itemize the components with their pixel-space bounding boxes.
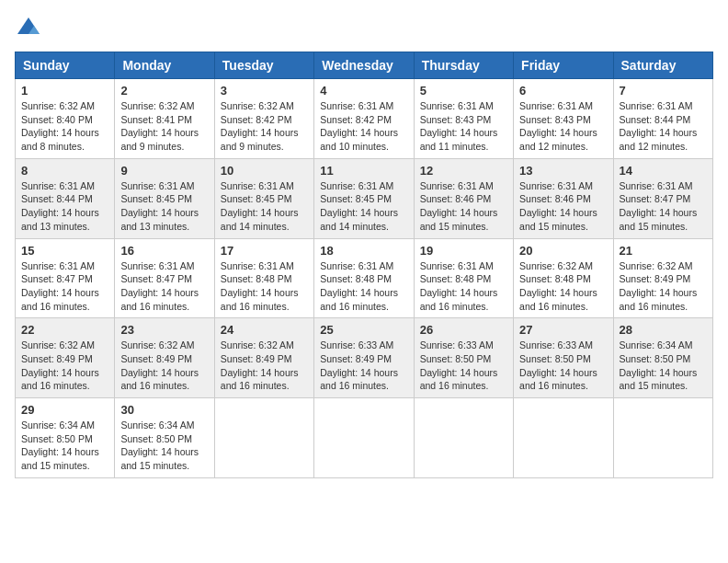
calendar-cell: 30Sunrise: 6:34 AMSunset: 8:50 PMDayligh… [115, 398, 214, 478]
day-info: Sunrise: 6:31 AMSunset: 8:43 PMDaylight:… [519, 99, 607, 154]
calendar-cell: 7Sunrise: 6:31 AMSunset: 8:44 PMDaylight… [613, 79, 712, 159]
day-info: Sunrise: 6:32 AMSunset: 8:42 PMDaylight:… [221, 99, 308, 154]
calendar-cell: 25Sunrise: 6:33 AMSunset: 8:49 PMDayligh… [314, 318, 414, 398]
day-info: Sunrise: 6:32 AMSunset: 8:49 PMDaylight:… [620, 259, 707, 314]
day-number: 12 [420, 164, 507, 178]
calendar-cell: 4Sunrise: 6:31 AMSunset: 8:42 PMDaylight… [314, 79, 414, 159]
day-info: Sunrise: 6:31 AMSunset: 8:47 PMDaylight:… [120, 259, 208, 314]
day-number: 3 [221, 84, 308, 98]
day-number: 14 [620, 164, 707, 178]
header-day-monday: Monday [115, 52, 214, 79]
day-info: Sunrise: 6:31 AMSunset: 8:48 PMDaylight:… [420, 259, 507, 314]
calendar-body: 1Sunrise: 6:32 AMSunset: 8:40 PMDaylight… [16, 79, 713, 478]
day-info: Sunrise: 6:31 AMSunset: 8:47 PMDaylight:… [620, 179, 707, 234]
calendar-cell: 2Sunrise: 6:32 AMSunset: 8:41 PMDaylight… [115, 79, 214, 159]
day-number: 20 [519, 244, 607, 258]
day-number: 26 [420, 323, 507, 337]
calendar-cell: 28Sunrise: 6:34 AMSunset: 8:50 PMDayligh… [613, 318, 712, 398]
calendar-cell: 27Sunrise: 6:33 AMSunset: 8:50 PMDayligh… [514, 318, 613, 398]
calendar-cell [214, 398, 313, 478]
day-info: Sunrise: 6:31 AMSunset: 8:48 PMDaylight:… [320, 259, 407, 314]
day-number: 25 [320, 323, 407, 337]
calendar-week-2: 8Sunrise: 6:31 AMSunset: 8:44 PMDaylight… [16, 158, 713, 238]
calendar-cell: 29Sunrise: 6:34 AMSunset: 8:50 PMDayligh… [16, 398, 115, 478]
calendar-cell [613, 398, 712, 478]
calendar-cell: 17Sunrise: 6:31 AMSunset: 8:48 PMDayligh… [214, 238, 313, 318]
header-row: SundayMondayTuesdayWednesdayThursdayFrid… [16, 52, 713, 79]
day-info: Sunrise: 6:31 AMSunset: 8:48 PMDaylight:… [221, 259, 308, 314]
header-day-thursday: Thursday [414, 52, 513, 79]
calendar-header: SundayMondayTuesdayWednesdayThursdayFrid… [16, 52, 713, 79]
calendar-cell: 13Sunrise: 6:31 AMSunset: 8:46 PMDayligh… [514, 158, 613, 238]
day-number: 2 [120, 84, 208, 98]
logo [15, 15, 46, 42]
day-number: 4 [320, 84, 407, 98]
calendar-cell [314, 398, 414, 478]
day-number: 11 [320, 164, 407, 178]
calendar-cell: 6Sunrise: 6:31 AMSunset: 8:43 PMDaylight… [514, 79, 613, 159]
day-info: Sunrise: 6:32 AMSunset: 8:49 PMDaylight:… [221, 339, 308, 393]
day-info: Sunrise: 6:31 AMSunset: 8:45 PMDaylight:… [320, 179, 407, 234]
day-number: 21 [620, 244, 707, 258]
day-info: Sunrise: 6:33 AMSunset: 8:50 PMDaylight:… [420, 339, 507, 393]
day-number: 18 [320, 244, 407, 258]
day-info: Sunrise: 6:31 AMSunset: 8:45 PMDaylight:… [120, 179, 208, 234]
calendar-cell: 23Sunrise: 6:32 AMSunset: 8:49 PMDayligh… [115, 318, 214, 398]
calendar-cell: 21Sunrise: 6:32 AMSunset: 8:49 PMDayligh… [613, 238, 712, 318]
calendar-week-1: 1Sunrise: 6:32 AMSunset: 8:40 PMDaylight… [16, 79, 713, 159]
calendar-cell: 15Sunrise: 6:31 AMSunset: 8:47 PMDayligh… [16, 238, 115, 318]
calendar-cell: 22Sunrise: 6:32 AMSunset: 8:49 PMDayligh… [16, 318, 115, 398]
calendar-table: SundayMondayTuesdayWednesdayThursdayFrid… [15, 52, 713, 478]
day-info: Sunrise: 6:31 AMSunset: 8:46 PMDaylight:… [420, 179, 507, 234]
day-number: 15 [21, 244, 108, 258]
calendar-cell: 19Sunrise: 6:31 AMSunset: 8:48 PMDayligh… [414, 238, 513, 318]
calendar-cell: 8Sunrise: 6:31 AMSunset: 8:44 PMDaylight… [16, 158, 115, 238]
calendar-cell [414, 398, 513, 478]
calendar-cell: 11Sunrise: 6:31 AMSunset: 8:45 PMDayligh… [314, 158, 414, 238]
day-info: Sunrise: 6:34 AMSunset: 8:50 PMDaylight:… [21, 419, 108, 473]
day-number: 22 [21, 323, 108, 337]
day-number: 9 [120, 164, 208, 178]
day-number: 19 [420, 244, 507, 258]
day-info: Sunrise: 6:31 AMSunset: 8:43 PMDaylight:… [420, 99, 507, 154]
calendar-cell: 9Sunrise: 6:31 AMSunset: 8:45 PMDaylight… [115, 158, 214, 238]
day-info: Sunrise: 6:31 AMSunset: 8:45 PMDaylight:… [221, 179, 308, 234]
calendar-week-4: 22Sunrise: 6:32 AMSunset: 8:49 PMDayligh… [16, 318, 713, 398]
day-info: Sunrise: 6:32 AMSunset: 8:48 PMDaylight:… [519, 259, 607, 314]
header-day-wednesday: Wednesday [314, 52, 414, 79]
day-info: Sunrise: 6:34 AMSunset: 8:50 PMDaylight:… [120, 419, 208, 473]
calendar-cell: 1Sunrise: 6:32 AMSunset: 8:40 PMDaylight… [16, 79, 115, 159]
calendar-cell: 10Sunrise: 6:31 AMSunset: 8:45 PMDayligh… [214, 158, 313, 238]
day-info: Sunrise: 6:31 AMSunset: 8:42 PMDaylight:… [320, 99, 407, 154]
logo-icon [15, 15, 42, 42]
calendar-cell: 12Sunrise: 6:31 AMSunset: 8:46 PMDayligh… [414, 158, 513, 238]
day-info: Sunrise: 6:32 AMSunset: 8:40 PMDaylight:… [21, 99, 108, 154]
day-info: Sunrise: 6:32 AMSunset: 8:41 PMDaylight:… [120, 99, 208, 154]
calendar-cell: 3Sunrise: 6:32 AMSunset: 8:42 PMDaylight… [214, 79, 313, 159]
day-info: Sunrise: 6:31 AMSunset: 8:44 PMDaylight:… [620, 99, 707, 154]
calendar-cell [514, 398, 613, 478]
day-number: 28 [620, 323, 707, 337]
day-number: 17 [221, 244, 308, 258]
calendar-week-3: 15Sunrise: 6:31 AMSunset: 8:47 PMDayligh… [16, 238, 713, 318]
day-number: 13 [519, 164, 607, 178]
day-number: 10 [221, 164, 308, 178]
header-day-saturday: Saturday [613, 52, 712, 79]
header-day-sunday: Sunday [16, 52, 115, 79]
day-number: 30 [120, 403, 208, 417]
calendar-cell: 26Sunrise: 6:33 AMSunset: 8:50 PMDayligh… [414, 318, 513, 398]
calendar-week-5: 29Sunrise: 6:34 AMSunset: 8:50 PMDayligh… [16, 398, 713, 478]
day-info: Sunrise: 6:31 AMSunset: 8:47 PMDaylight:… [21, 259, 108, 314]
day-info: Sunrise: 6:33 AMSunset: 8:50 PMDaylight:… [519, 339, 607, 393]
day-number: 29 [21, 403, 108, 417]
page-header [15, 15, 713, 42]
calendar-cell: 16Sunrise: 6:31 AMSunset: 8:47 PMDayligh… [115, 238, 214, 318]
day-number: 8 [21, 164, 108, 178]
day-info: Sunrise: 6:31 AMSunset: 8:46 PMDaylight:… [519, 179, 607, 234]
day-info: Sunrise: 6:31 AMSunset: 8:44 PMDaylight:… [21, 179, 108, 234]
day-info: Sunrise: 6:33 AMSunset: 8:49 PMDaylight:… [320, 339, 407, 393]
day-number: 5 [420, 84, 507, 98]
day-info: Sunrise: 6:32 AMSunset: 8:49 PMDaylight:… [120, 339, 208, 393]
day-info: Sunrise: 6:32 AMSunset: 8:49 PMDaylight:… [21, 339, 108, 393]
day-number: 24 [221, 323, 308, 337]
